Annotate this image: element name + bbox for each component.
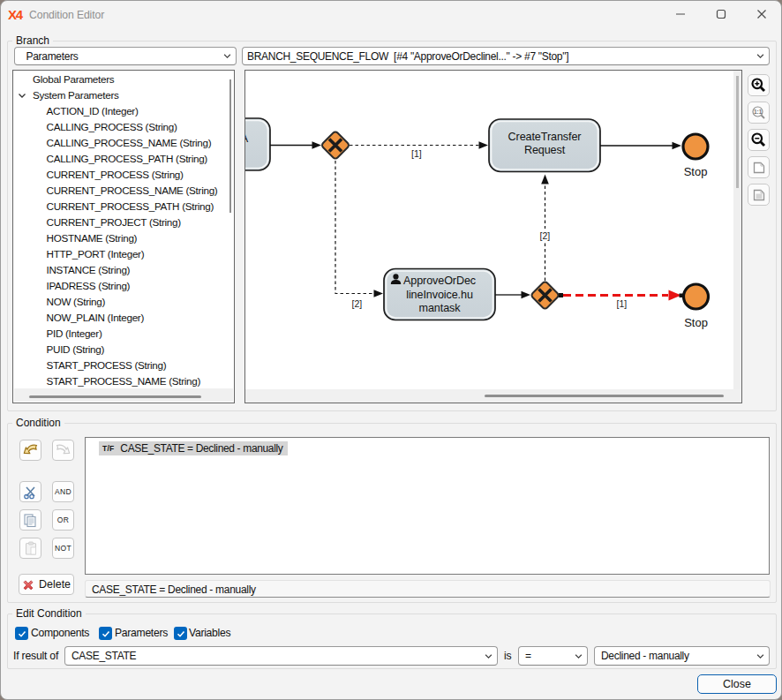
svg-text:[1]: [1] xyxy=(411,148,422,159)
svg-text:Stop: Stop xyxy=(684,316,708,329)
svg-text:CreateTransfer: CreateTransfer xyxy=(508,131,582,143)
svg-text:[1]: [1] xyxy=(617,298,628,309)
svg-text:[2]: [2] xyxy=(540,230,551,241)
svg-text:Stop: Stop xyxy=(684,165,708,178)
svg-text:1:1: 1:1 xyxy=(754,109,763,115)
svg-text:lineInvoice.hu: lineInvoice.hu xyxy=(406,289,473,301)
svg-text:mantask: mantask xyxy=(419,302,462,314)
svg-text:Request: Request xyxy=(524,144,566,156)
svg-text:[2]: [2] xyxy=(352,298,363,309)
svg-text:A: A xyxy=(245,132,249,145)
svg-text:ApproveOrDec: ApproveOrDec xyxy=(403,275,476,287)
